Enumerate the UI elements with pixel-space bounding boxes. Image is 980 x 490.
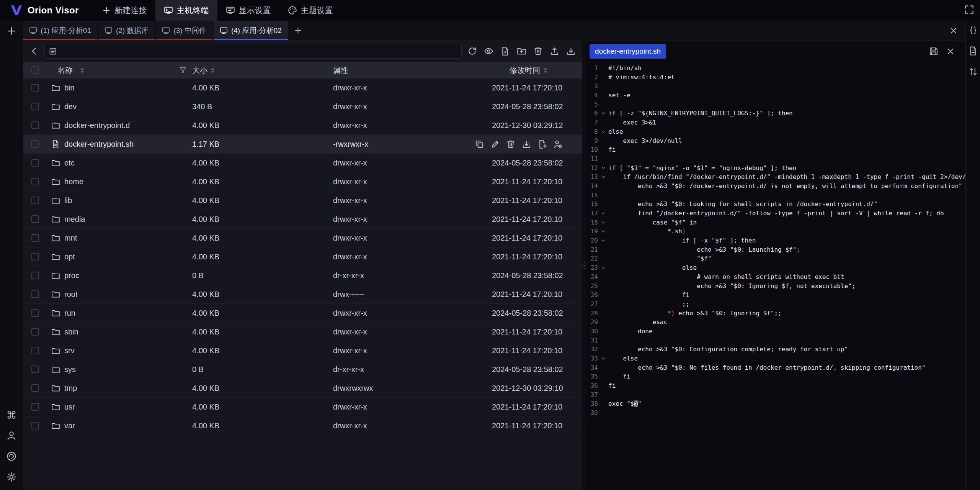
snippets-button[interactable] [968, 25, 978, 35]
row-checkbox[interactable] [31, 159, 39, 167]
save-button[interactable] [929, 46, 939, 56]
row-checkbox[interactable] [31, 403, 39, 411]
file-row-dev[interactable]: dev340 Bdrwxr-xr-x2024-05-28 23:58:02 [23, 97, 582, 116]
file-row-sys[interactable]: sys0 Bdr-xr-xr-x2024-05-28 23:58:02 [23, 360, 582, 379]
sort-icon[interactable] [544, 67, 547, 73]
code-line[interactable]: 29 esac [586, 318, 965, 327]
shortcut-keys-button[interactable]: ⌘ [6, 410, 17, 420]
code-line[interactable]: 32 echo >&3 "$0: Configuration complete;… [586, 345, 965, 354]
session-tab-1[interactable]: (1) 应用-分析01 [23, 21, 97, 40]
menu-item-display-settings[interactable]: 显示设置 [217, 0, 279, 21]
download-button[interactable] [564, 44, 578, 59]
code-line[interactable]: 14 echo >&3 "$0: /docker-entrypoint.d/ i… [586, 182, 965, 191]
session-tab-4[interactable]: (4) 应用-分析02 [214, 21, 288, 40]
file-list-button[interactable] [968, 46, 978, 56]
directory-list-icon[interactable] [49, 47, 57, 56]
file-name[interactable]: opt [64, 252, 75, 261]
fold-chevron-icon[interactable] [598, 127, 608, 136]
file-row-bin[interactable]: bin4.00 KBdrwxr-xr-x2021-11-24 17:20:10 [23, 79, 582, 97]
row-checkbox[interactable] [31, 178, 39, 185]
code-line[interactable]: 17 find "/docker-entrypoint.d/" -follow … [586, 209, 965, 218]
code-line[interactable]: 7 exec 3>&1 [586, 118, 965, 127]
select-all-checkbox[interactable] [31, 66, 39, 74]
menu-item-theme-settings[interactable]: 主题设置 [279, 0, 341, 21]
code-line[interactable]: 15 [586, 191, 965, 200]
file-name[interactable]: var [64, 421, 75, 430]
code-line[interactable]: 28 *) echo >&3 "$0: Ignoring $f";; [586, 309, 965, 318]
file-row-root[interactable]: root4.00 KBdrwx------2021-11-24 17:20:10 [23, 285, 582, 304]
fold-chevron-icon[interactable] [598, 354, 608, 363]
code-line[interactable]: 37 [586, 390, 965, 400]
file-row-sbin[interactable]: sbin4.00 KBdrwxr-xr-x2021-11-24 17:20:10 [23, 323, 582, 341]
code-editor[interactable]: 1#!/bin/sh2# vim:sw=4:ts=4:et34set -e56i… [586, 60, 965, 490]
download-button[interactable] [522, 139, 531, 149]
code-line[interactable]: 35 fi [586, 372, 965, 381]
row-checkbox[interactable] [31, 103, 39, 110]
row-checkbox[interactable] [31, 234, 39, 242]
column-header-mtime[interactable]: 修改时间 [492, 65, 582, 75]
file-name[interactable]: proc [64, 271, 79, 280]
file-row-opt[interactable]: opt4.00 KBdrwxr-xr-x2021-11-24 17:20:10 [23, 247, 582, 266]
code-line[interactable]: 18 case "$f" in [586, 218, 965, 227]
code-line[interactable]: 19 *.sh) [586, 227, 965, 236]
code-line[interactable]: 21 echo >&3 "$0: Launching $f"; [586, 245, 965, 254]
code-line[interactable]: 27 ;; [586, 300, 965, 309]
permission-button[interactable] [553, 139, 563, 149]
file-name[interactable]: sys [64, 365, 76, 374]
menu-item-new-connection[interactable]: 新建连接 [93, 0, 155, 21]
code-line[interactable]: 39 [586, 408, 965, 418]
code-line[interactable]: 11 [586, 154, 965, 164]
file-name[interactable]: srv [64, 346, 75, 355]
fold-chevron-icon[interactable] [598, 109, 608, 118]
session-tab-3[interactable]: (3) 中间件 [156, 21, 212, 40]
row-checkbox[interactable] [31, 365, 39, 373]
new-session-button[interactable] [6, 26, 17, 36]
menu-item-host-terminal[interactable]: 主机终端 [155, 0, 217, 21]
code-line[interactable]: 23 else [586, 263, 965, 272]
file-name[interactable]: sbin [64, 328, 78, 336]
code-line[interactable]: 6if [ -z "${NGINX_ENTRYPOINT_QUIET_LOGS:… [586, 109, 965, 118]
transfer-list-button[interactable] [968, 67, 978, 77]
file-name[interactable]: root [64, 290, 77, 299]
row-checkbox[interactable] [31, 328, 39, 336]
code-line[interactable]: 1#!/bin/sh [586, 64, 965, 73]
code-line[interactable]: 10fi [586, 145, 965, 154]
back-button[interactable] [27, 44, 41, 59]
row-checkbox[interactable] [31, 384, 39, 392]
fold-chevron-icon[interactable] [598, 236, 608, 245]
fold-chevron-icon[interactable] [598, 227, 608, 236]
file-name[interactable]: usr [64, 403, 75, 411]
code-line[interactable]: 2# vim:sw=4:ts=4:et [586, 73, 965, 82]
row-checkbox[interactable] [31, 197, 39, 204]
row-checkbox[interactable] [31, 290, 39, 298]
move-button[interactable] [537, 139, 547, 149]
file-row-home[interactable]: home4.00 KBdrwxr-xr-x2021-11-24 17:20:10 [23, 172, 582, 191]
fullscreen-icon[interactable] [964, 4, 975, 15]
fold-chevron-icon[interactable] [598, 172, 608, 182]
new-file-button[interactable] [498, 44, 512, 59]
row-checkbox[interactable] [31, 215, 39, 223]
upload-button[interactable] [547, 44, 562, 59]
code-line[interactable]: 34 echo >&3 "$0: No files found in /dock… [586, 363, 965, 372]
file-name[interactable]: lib [64, 196, 72, 205]
code-line[interactable]: 9 exec 3>/dev/null [586, 136, 965, 146]
user-info-button[interactable] [6, 430, 17, 441]
about-button[interactable] [6, 451, 17, 462]
code-line[interactable]: 16 echo >&3 "$0: Looking for shell scrip… [586, 200, 965, 209]
column-header-size[interactable]: 大小 [192, 65, 333, 75]
add-tab-button[interactable] [289, 21, 307, 40]
code-line[interactable]: 13 if /usr/bin/find "/docker-entrypoint.… [586, 172, 965, 182]
file-name[interactable]: docker-entrypoint.d [64, 121, 130, 130]
filter-icon[interactable] [179, 66, 187, 74]
code-line[interactable]: 36fi [586, 381, 965, 390]
file-row-docker-entrypoint.d[interactable]: docker-entrypoint.d4.00 KBdrwxr-xr-x2021… [23, 116, 582, 135]
file-name[interactable]: bin [64, 84, 75, 92]
row-checkbox[interactable] [31, 272, 39, 279]
column-header-name[interactable]: 名称 [47, 65, 192, 75]
row-checkbox[interactable] [31, 121, 39, 129]
file-row-etc[interactable]: etc4.00 KBdrwxr-xr-x2024-05-28 23:58:02 [23, 154, 582, 172]
row-checkbox[interactable] [31, 140, 39, 148]
new-folder-button[interactable] [514, 44, 529, 59]
column-header-attr[interactable]: 属性 [333, 65, 492, 75]
row-checkbox[interactable] [31, 84, 39, 92]
